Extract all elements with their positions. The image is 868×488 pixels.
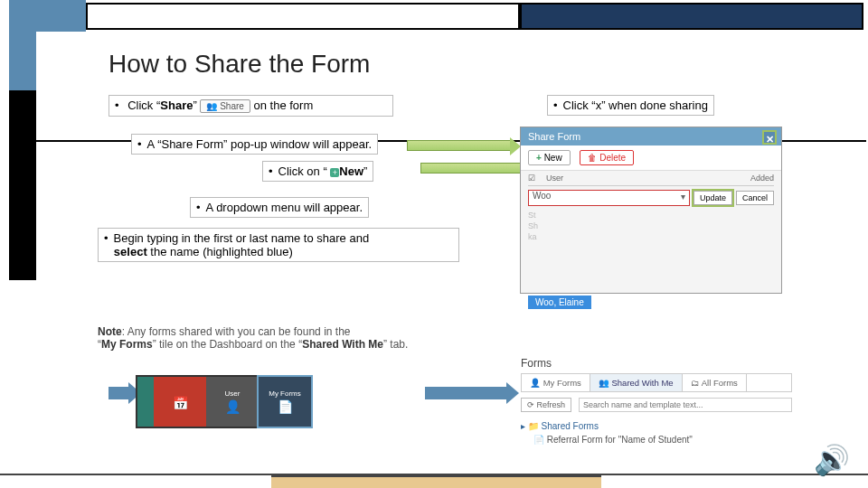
- refresh-button[interactable]: ⟳ Refresh: [521, 398, 571, 412]
- tile-general[interactable]: [137, 377, 154, 427]
- step-dropdown-appears: •A dropdown menu will appear.: [190, 197, 369, 218]
- frame-top-left: [86, 3, 520, 30]
- text-bold: select: [114, 245, 147, 258]
- shared-forms-folder[interactable]: Shared Forms: [521, 421, 792, 431]
- user-dropdown[interactable]: Woo: [528, 190, 690, 206]
- col-added: Added: [720, 174, 774, 183]
- update-button[interactable]: Update: [693, 191, 732, 205]
- list-item: St: [528, 210, 774, 221]
- share-button-mock[interactable]: Share: [200, 99, 250, 113]
- forms-heading: Forms: [521, 357, 792, 370]
- search-input[interactable]: [579, 398, 792, 412]
- tile-my-forms[interactable]: My Forms📄: [259, 377, 311, 427]
- dropdown-value: Woo: [529, 191, 551, 201]
- list-item: ka: [528, 231, 774, 242]
- frame-accent-top: [9, 0, 86, 32]
- arrow-to-popup: [407, 140, 511, 151]
- tile-user[interactable]: User👤: [206, 377, 259, 427]
- popup-title: Share Form: [528, 131, 580, 142]
- text: A dropdown menu will appear.: [206, 201, 363, 214]
- calendar-icon: 📅: [173, 396, 188, 410]
- plus-icon: +: [330, 168, 339, 177]
- text: ”: [193, 99, 196, 112]
- popup-header: Share Form ✕: [521, 127, 781, 145]
- arrow-to-tiles: [108, 387, 128, 399]
- slide-title: How to Share the Form: [108, 50, 370, 79]
- tab-shared-with-me[interactable]: 👥 Shared With Me: [590, 374, 683, 391]
- text-bold: New: [339, 164, 363, 178]
- step-type-name: •Begin typing in the first or last name …: [98, 228, 459, 262]
- note-text: Note: Any forms shared with you can be f…: [98, 325, 459, 351]
- text: the name (highlighted blue): [147, 245, 293, 258]
- step-click-share: • Click “Share” Share on the form: [108, 95, 393, 117]
- text: A “Share Form” pop-up window will appear…: [147, 137, 373, 151]
- step-click-new: •Click on “ +New”: [262, 161, 373, 182]
- list-item: Sh: [528, 221, 774, 231]
- share-form-popup: Share Form ✕ New Delete ☑UserAdded Woo U…: [520, 127, 782, 294]
- tab-all-forms[interactable]: 🗂 All Forms: [683, 374, 747, 391]
- tab-my-forms[interactable]: 👤 My Forms: [522, 374, 590, 391]
- text: ”: [363, 164, 367, 178]
- forms-panel: Forms 👤 My Forms 👥 Shared With Me 🗂 All …: [521, 357, 792, 445]
- close-button[interactable]: ✕: [762, 130, 777, 145]
- document-icon: 📄: [278, 399, 293, 414]
- step-popup-appears: •A “Share Form” pop-up window will appea…: [131, 134, 378, 155]
- arrow-to-tabs: [425, 387, 506, 399]
- text: Click “: [127, 99, 160, 112]
- arrow-to-new: [420, 163, 529, 174]
- frame-bottom-accent: [271, 475, 601, 488]
- frame-left-blue: [9, 32, 36, 90]
- tile-calendar[interactable]: 📅: [154, 377, 206, 427]
- text-bold: Share: [160, 99, 193, 112]
- file-item[interactable]: Referral Form for "Name of Student": [533, 435, 792, 445]
- step-click-x: •Click “x” when done sharing: [547, 95, 714, 116]
- speaker-icon: 🔊: [814, 443, 850, 477]
- frame-left-black: [9, 90, 36, 280]
- dashboard-tiles: 📅 User👤 My Forms📄: [136, 375, 313, 428]
- col-user: User: [546, 174, 720, 183]
- frame-top-right: [520, 3, 863, 30]
- text: Click on “: [278, 164, 331, 178]
- text: Begin typing in the first or last name t…: [114, 231, 370, 245]
- delete-button[interactable]: Delete: [580, 150, 634, 165]
- text: on the form: [254, 99, 314, 112]
- new-button[interactable]: New: [528, 150, 571, 165]
- user-icon: 👤: [225, 399, 241, 414]
- selected-name-chip[interactable]: Woo, Elaine: [528, 296, 591, 309]
- note-label: Note: [98, 325, 122, 338]
- grid-header: ☑UserAdded: [528, 171, 774, 186]
- text: Click “x” when done sharing: [563, 99, 708, 112]
- cancel-button[interactable]: Cancel: [736, 191, 774, 205]
